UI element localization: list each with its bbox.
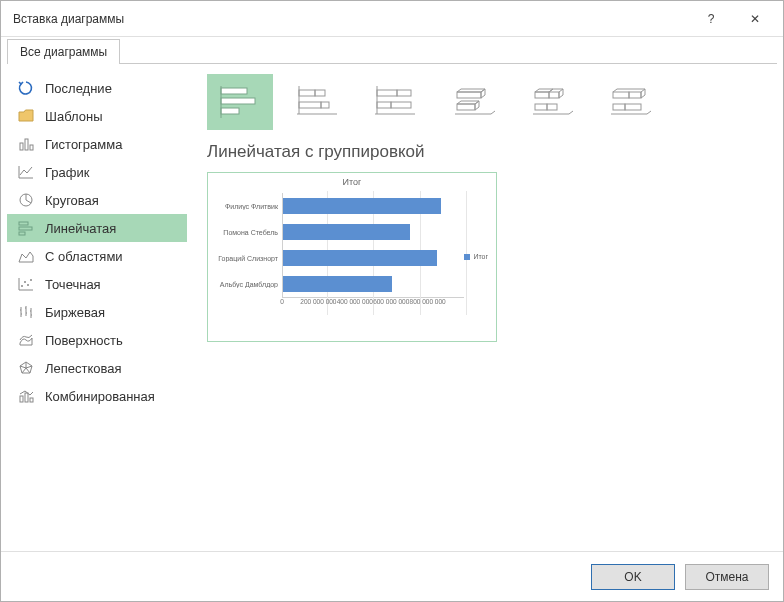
dialog-title: Вставка диаграммы [13,12,689,26]
sidebar-item-label: Лепестковая [45,361,122,376]
sidebar-item-templates[interactable]: Шаблоны [7,102,187,130]
subtype-3d-stacked-bar[interactable] [519,74,585,130]
x-tick: 800 000 000 [409,298,445,313]
sidebar-item-stock[interactable]: Биржевая [7,298,187,326]
bar-track [282,193,464,219]
close-icon: ✕ [750,12,760,26]
category-label: Помона Стебель [214,229,282,236]
svg-point-10 [30,279,32,281]
svg-rect-12 [25,393,28,402]
cancel-button[interactable]: Отмена [685,564,769,590]
category-label: Альбус Дамблдор [214,281,282,288]
tab-all-charts[interactable]: Все диаграммы [7,39,120,64]
chart-category-sidebar: Последние Шаблоны Гистограмма График [7,64,187,545]
preview-chart-title: Итог [214,177,490,187]
bar [283,198,441,214]
combo-chart-icon [17,387,35,405]
svg-line-39 [569,111,573,114]
sidebar-item-label: С областями [45,249,123,264]
chart-row: Гораций Слизнорт [214,245,464,271]
svg-rect-25 [397,90,411,96]
svg-rect-4 [19,222,28,225]
svg-rect-0 [20,143,23,150]
chart-legend: Итог [464,253,488,260]
folder-icon [17,107,35,125]
pie-chart-icon [17,191,35,209]
svg-point-9 [27,284,29,286]
bar-track [282,245,464,271]
svg-rect-1 [25,139,28,150]
svg-rect-18 [299,90,315,96]
titlebar: Вставка диаграммы ? ✕ [1,1,783,37]
stock-chart-icon [17,303,35,321]
svg-rect-6 [19,232,25,235]
bar [283,224,410,240]
sidebar-item-surface[interactable]: Поверхность [7,326,187,354]
sidebar-item-label: Шаблоны [45,109,103,124]
column-chart-icon [17,135,35,153]
legend-swatch [464,254,470,260]
svg-point-8 [24,281,26,283]
dialog-footer: OK Отмена [1,551,783,601]
svg-rect-16 [221,108,239,114]
bar-track [282,271,464,297]
chart-x-axis: 0200 000 000400 000 000600 000 000800 00… [282,297,464,313]
main-panel: Линейчатая с группировкой Итог Филиус Фл… [187,64,777,545]
chart-subtype-row [207,74,757,130]
subtype-stacked-bar[interactable] [285,74,351,130]
svg-rect-30 [457,92,481,98]
svg-line-45 [647,111,651,114]
sidebar-item-recent[interactable]: Последние [7,74,187,102]
bar-chart-icon [17,219,35,237]
subtype-3d-clustered-bar[interactable] [441,74,507,130]
chart-bars: Филиус ФлитвикПомона СтебельГораций Слиз… [214,193,464,297]
sidebar-item-label: Линейчатая [45,221,116,236]
sidebar-item-combo[interactable]: Комбинированная [7,382,187,410]
radar-chart-icon [17,359,35,377]
ok-button[interactable]: OK [591,564,675,590]
subtype-clustered-bar[interactable] [207,74,273,130]
chart-row: Помона Стебель [214,219,464,245]
sidebar-item-pie[interactable]: Круговая [7,186,187,214]
sidebar-item-scatter[interactable]: Точечная [7,270,187,298]
svg-rect-15 [221,98,255,104]
subtype-100-stacked-bar[interactable] [363,74,429,130]
sidebar-item-label: Гистограмма [45,137,122,152]
x-tick: 200 000 000 [300,298,336,313]
line-chart-icon [17,163,35,181]
svg-point-7 [21,285,23,287]
sidebar-item-area[interactable]: С областями [7,242,187,270]
sidebar-item-label: Поверхность [45,333,123,348]
svg-rect-24 [377,90,397,96]
svg-rect-43 [625,104,641,110]
svg-rect-41 [629,92,641,98]
svg-rect-19 [315,90,325,96]
svg-rect-37 [547,104,557,110]
svg-rect-20 [299,102,321,108]
bar-track [282,219,464,245]
bar [283,276,392,292]
svg-rect-21 [321,102,329,108]
sidebar-item-line[interactable]: График [7,158,187,186]
help-button[interactable]: ? [689,4,733,34]
sidebar-item-label: Последние [45,81,112,96]
svg-rect-40 [613,92,629,98]
svg-rect-34 [535,92,549,98]
sidebar-item-radar[interactable]: Лепестковая [7,354,187,382]
chart-row: Филиус Флитвик [214,193,464,219]
svg-rect-42 [613,104,625,110]
content-area: Последние Шаблоны Гистограмма График [7,63,777,545]
bar [283,250,437,266]
svg-rect-26 [377,102,391,108]
svg-rect-35 [549,92,559,98]
sidebar-item-label: Комбинированная [45,389,155,404]
close-button[interactable]: ✕ [733,4,777,34]
sidebar-item-bar[interactable]: Линейчатая [7,214,187,242]
sidebar-item-label: Биржевая [45,305,105,320]
svg-rect-11 [20,396,23,402]
svg-line-33 [491,111,495,114]
sidebar-item-label: График [45,165,89,180]
chart-preview[interactable]: Итог Филиус ФлитвикПомона СтебельГораций… [207,172,497,342]
subtype-3d-100-stacked-bar[interactable] [597,74,663,130]
sidebar-item-column[interactable]: Гистограмма [7,130,187,158]
